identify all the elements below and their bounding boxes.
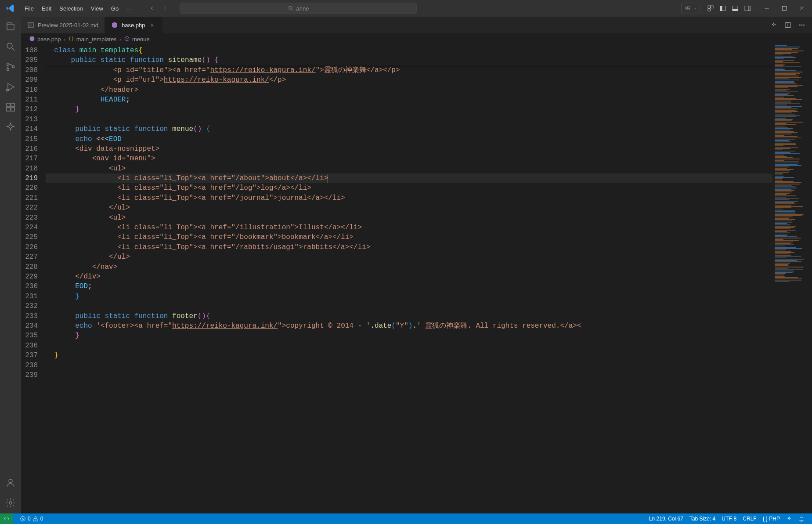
crumb-class[interactable]: main_templates: [68, 36, 117, 43]
accounts-icon[interactable]: [5, 477, 16, 488]
svg-rect-3: [708, 6, 710, 8]
code-content[interactable]: class main_templates{ public static func…: [46, 45, 772, 513]
svg-rect-21: [11, 103, 14, 107]
menu-selection[interactable]: Selection: [56, 3, 86, 14]
status-indentation[interactable]: Tab Size: 4: [686, 516, 718, 522]
svg-point-23: [9, 502, 12, 504]
copilot-sparkle-icon[interactable]: [770, 21, 778, 29]
sparkle-icon[interactable]: [5, 122, 16, 133]
crumb-method[interactable]: menue: [124, 36, 150, 43]
activity-bar: [0, 17, 21, 513]
menu-go[interactable]: Go: [108, 3, 122, 14]
command-center-search[interactable]: anne: [180, 3, 417, 14]
window-maximize-icon[interactable]: [780, 4, 788, 12]
menu-more[interactable]: ···: [123, 3, 135, 14]
window-minimize-icon[interactable]: [763, 4, 771, 12]
vscode-logo: [0, 4, 21, 13]
title-bar: File Edit Selection View Go ··· anne Tog…: [0, 0, 812, 17]
customize-layout-icon[interactable]: [707, 4, 715, 12]
source-control-icon[interactable]: [5, 61, 16, 72]
status-eol[interactable]: CRLF: [740, 516, 759, 522]
explorer-icon[interactable]: [5, 21, 16, 32]
crumb-file[interactable]: base.php: [29, 36, 61, 43]
status-cursor-position[interactable]: Ln 219, Col 67: [646, 516, 686, 522]
status-encoding[interactable]: UTF-8: [718, 516, 740, 522]
search-placeholder: anne: [296, 5, 309, 12]
menu-edit[interactable]: Edit: [38, 3, 55, 14]
status-copilot-sparkle-icon[interactable]: [783, 516, 795, 522]
nav-back-icon[interactable]: [148, 4, 156, 12]
tab-base-php[interactable]: base.php: [105, 17, 162, 33]
remote-indicator[interactable]: [0, 513, 13, 524]
svg-rect-5: [708, 9, 710, 11]
svg-point-1: [686, 7, 688, 9]
editor-tabs: Preview 2025-01-02.md base.php: [21, 17, 812, 33]
menu-view[interactable]: View: [87, 3, 107, 14]
svg-point-29: [804, 25, 805, 25]
svg-point-2: [688, 7, 690, 9]
editor-body[interactable]: 1082052082092102112122132142152162172182…: [21, 45, 812, 513]
window-close-icon[interactable]: [798, 4, 806, 12]
run-debug-icon[interactable]: [5, 82, 16, 92]
extensions-icon[interactable]: [5, 102, 16, 112]
svg-rect-19: [7, 108, 10, 111]
symbol-class-icon: [68, 36, 74, 43]
tab-preview-md[interactable]: Preview 2025-01-02.md: [21, 17, 105, 33]
svg-rect-11: [748, 6, 750, 11]
php-file-icon: [29, 36, 35, 43]
search-icon[interactable]: [5, 41, 16, 52]
tab-label: base.php: [122, 22, 145, 29]
svg-rect-4: [711, 6, 713, 8]
symbol-method-icon: [124, 36, 130, 43]
toggle-secondary-sidebar-icon[interactable]: [743, 4, 751, 12]
settings-gear-icon[interactable]: [5, 498, 16, 508]
more-actions-icon[interactable]: [798, 21, 806, 29]
menu-bar: File Edit Selection View Go ···: [21, 3, 135, 14]
svg-point-27: [799, 25, 800, 25]
copilot-button[interactable]: [681, 3, 700, 14]
toggle-sidebar-icon[interactable]: [719, 4, 727, 12]
preview-icon: [27, 22, 34, 29]
status-language[interactable]: { } PHP: [760, 516, 783, 522]
breadcrumbs[interactable]: base.php › main_templates › menue: [21, 33, 812, 45]
chevron-right-icon: ›: [119, 36, 121, 43]
minimap[interactable]: [772, 45, 812, 513]
svg-rect-20: [11, 108, 14, 111]
svg-point-22: [9, 479, 12, 483]
status-notifications-icon[interactable]: [795, 516, 808, 522]
svg-point-14: [7, 63, 9, 65]
tab-close-icon[interactable]: [149, 22, 156, 29]
status-problems[interactable]: 0 0: [17, 516, 46, 522]
svg-point-15: [7, 69, 9, 71]
svg-rect-18: [7, 103, 10, 107]
menu-file[interactable]: File: [21, 3, 37, 14]
svg-point-28: [801, 25, 802, 25]
nav-forward-icon[interactable]: [161, 4, 169, 12]
status-bar: 0 0 Ln 219, Col 67 Tab Size: 4 UTF-8 CRL…: [0, 513, 812, 524]
line-number-gutter: 1082052082092102112122132142152162172182…: [21, 45, 46, 513]
php-file-icon: [111, 22, 118, 29]
svg-rect-7: [720, 6, 722, 11]
toggle-panel-icon[interactable]: [731, 4, 739, 12]
svg-point-13: [7, 43, 12, 48]
svg-rect-12: [782, 6, 786, 10]
split-editor-icon[interactable]: [784, 21, 792, 29]
chevron-right-icon: ›: [64, 36, 65, 43]
svg-point-0: [289, 6, 292, 9]
svg-rect-9: [733, 9, 738, 11]
tab-label: Preview 2025-01-02.md: [38, 22, 98, 29]
svg-point-32: [35, 520, 36, 520]
